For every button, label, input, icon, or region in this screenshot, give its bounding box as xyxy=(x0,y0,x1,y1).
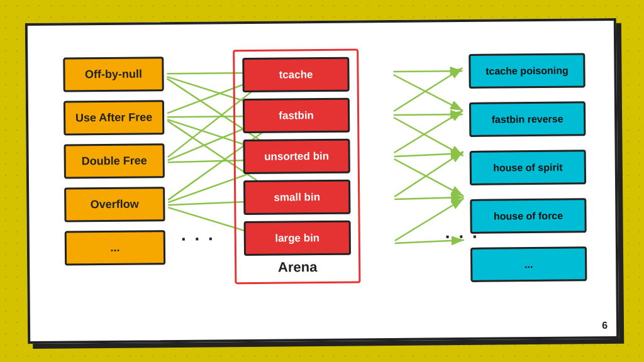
page-number: 6 xyxy=(602,320,608,331)
svg-line-21 xyxy=(394,158,464,197)
overflow-box: Overflow xyxy=(64,187,165,222)
dots-left-orange-box: ... xyxy=(65,230,165,265)
tcache-poisoning-box: tcache poisoning xyxy=(469,53,585,89)
dots-left: · · · xyxy=(181,229,215,249)
unsorted-bin-box: unsorted bin xyxy=(243,139,350,174)
diagram-content: Off-by-null Use After Free Double Free O… xyxy=(28,21,616,341)
double-free-box: Double Free xyxy=(64,143,164,178)
arena-label: Arena xyxy=(244,259,351,276)
small-bin-box: small bin xyxy=(243,180,350,215)
svg-line-18 xyxy=(394,114,463,115)
house-of-spirit-box: house of spirit xyxy=(470,150,586,185)
svg-line-15 xyxy=(393,71,462,72)
middle-column: tcache fastbin unsorted bin small bin la… xyxy=(242,57,351,256)
svg-line-19 xyxy=(394,117,464,156)
svg-line-23 xyxy=(394,151,464,197)
tcache-box: tcache xyxy=(242,57,349,92)
right-column: tcache poisoning fastbin reverse house o… xyxy=(469,53,587,282)
large-bin-box: large bin xyxy=(244,221,351,256)
svg-line-20 xyxy=(394,153,464,156)
dots-right-box: ... xyxy=(470,246,587,282)
fastbin-box: fastbin xyxy=(243,98,350,133)
left-column: Off-by-null Use After Free Double Free O… xyxy=(63,57,165,265)
svg-line-24 xyxy=(394,197,464,199)
house-of-force-box: house of force xyxy=(470,198,586,234)
diagram: Off-by-null Use After Free Double Free O… xyxy=(50,34,594,327)
svg-line-17 xyxy=(393,68,463,111)
arena-wrapper: tcache fastbin unsorted bin small bin la… xyxy=(233,48,360,284)
svg-line-22 xyxy=(394,111,464,153)
off-by-null-box: Off-by-null xyxy=(63,57,164,92)
svg-line-16 xyxy=(394,74,464,111)
fastbin-reverse-box: fastbin reverse xyxy=(469,101,586,137)
slide: Off-by-null Use After Free Double Free O… xyxy=(25,18,619,344)
use-after-free-box: Use After Free xyxy=(64,100,164,135)
